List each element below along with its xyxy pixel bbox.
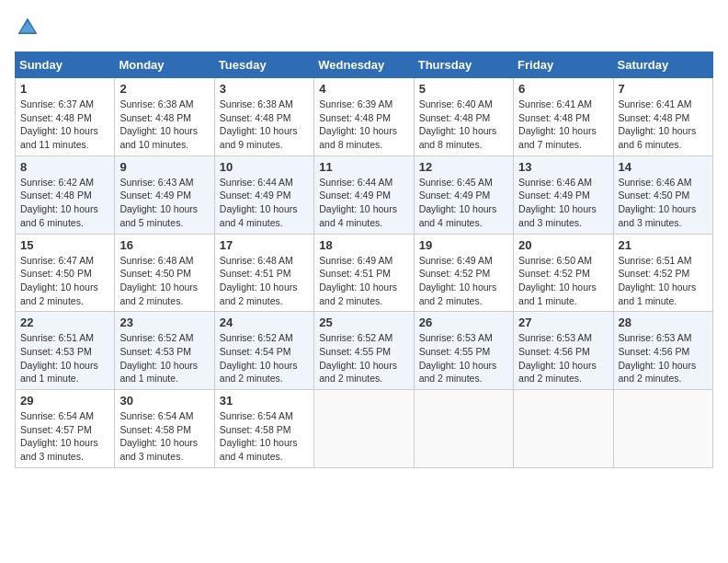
day-number: 13: [518, 160, 608, 174]
day-number: 10: [220, 160, 309, 174]
day-info: Sunrise: 6:41 AMSunset: 4:48 PMDaylight:…: [619, 98, 708, 152]
day-number: 21: [619, 238, 708, 252]
calendar-cell: 24 Sunrise: 6:52 AMSunset: 4:54 PMDaylig…: [214, 312, 313, 390]
day-number: 15: [20, 238, 109, 252]
calendar-cell: 23 Sunrise: 6:52 AMSunset: 4:53 PMDaylig…: [115, 312, 214, 390]
calendar-cell: 10 Sunrise: 6:44 AMSunset: 4:49 PMDaylig…: [214, 155, 313, 234]
day-info: Sunrise: 6:53 AMSunset: 4:56 PMDaylight:…: [518, 331, 608, 385]
day-info: Sunrise: 6:54 AMSunset: 4:57 PMDaylight:…: [20, 409, 109, 464]
calendar-cell: 28 Sunrise: 6:53 AMSunset: 4:56 PMDaylig…: [613, 312, 712, 390]
day-info: Sunrise: 6:40 AMSunset: 4:48 PMDaylight:…: [419, 98, 508, 152]
day-number: 19: [419, 238, 508, 252]
calendar-cell: [314, 390, 414, 468]
day-info: Sunrise: 6:53 AMSunset: 4:56 PMDaylight:…: [619, 331, 708, 385]
day-info: Sunrise: 6:53 AMSunset: 4:55 PMDaylight:…: [419, 331, 508, 385]
day-info: Sunrise: 6:47 AMSunset: 4:50 PMDaylight:…: [20, 254, 109, 308]
calendar-cell: 8 Sunrise: 6:42 AMSunset: 4:48 PMDayligh…: [16, 155, 115, 234]
calendar-table: SundayMondayTuesdayWednesdayThursdayFrid…: [15, 52, 713, 468]
calendar-cell: 18 Sunrise: 6:49 AMSunset: 4:51 PMDaylig…: [314, 234, 414, 312]
week-row-4: 22 Sunrise: 6:51 AMSunset: 4:53 PMDaylig…: [16, 312, 713, 390]
day-number: 30: [119, 394, 209, 408]
day-number: 25: [319, 316, 408, 329]
weekday-header-monday: Monday: [115, 52, 214, 78]
calendar-cell: 5 Sunrise: 6:40 AMSunset: 4:48 PMDayligh…: [414, 78, 513, 156]
day-number: 4: [319, 82, 408, 96]
weekday-header-tuesday: Tuesday: [214, 52, 313, 78]
calendar-cell: 21 Sunrise: 6:51 AMSunset: 4:52 PMDaylig…: [613, 234, 712, 312]
calendar-cell: 20 Sunrise: 6:50 AMSunset: 4:52 PMDaylig…: [514, 234, 613, 312]
calendar-cell: 25 Sunrise: 6:52 AMSunset: 4:55 PMDaylig…: [314, 312, 414, 390]
calendar-cell: 9 Sunrise: 6:43 AMSunset: 4:49 PMDayligh…: [115, 155, 214, 234]
day-info: Sunrise: 6:54 AMSunset: 4:58 PMDaylight:…: [220, 409, 309, 464]
weekday-header-thursday: Thursday: [414, 52, 513, 78]
day-info: Sunrise: 6:48 AMSunset: 4:50 PMDaylight:…: [119, 254, 209, 308]
day-number: 18: [319, 238, 408, 252]
calendar-cell: 15 Sunrise: 6:47 AMSunset: 4:50 PMDaylig…: [16, 234, 115, 312]
day-info: Sunrise: 6:43 AMSunset: 4:49 PMDaylight:…: [119, 176, 209, 230]
day-info: Sunrise: 6:49 AMSunset: 4:51 PMDaylight:…: [319, 254, 408, 308]
calendar-cell: 31 Sunrise: 6:54 AMSunset: 4:58 PMDaylig…: [214, 390, 313, 468]
calendar-cell: 3 Sunrise: 6:38 AMSunset: 4:48 PMDayligh…: [214, 78, 313, 156]
calendar-cell: [514, 390, 613, 468]
calendar-cell: 1 Sunrise: 6:37 AMSunset: 4:48 PMDayligh…: [16, 78, 115, 156]
weekday-header-saturday: Saturday: [613, 52, 712, 78]
day-info: Sunrise: 6:41 AMSunset: 4:48 PMDaylight:…: [518, 98, 608, 152]
week-row-2: 8 Sunrise: 6:42 AMSunset: 4:48 PMDayligh…: [16, 155, 713, 234]
day-info: Sunrise: 6:54 AMSunset: 4:58 PMDaylight:…: [119, 409, 209, 464]
day-number: 16: [119, 238, 209, 252]
day-info: Sunrise: 6:37 AMSunset: 4:48 PMDaylight:…: [20, 98, 109, 152]
calendar-cell: 17 Sunrise: 6:48 AMSunset: 4:51 PMDaylig…: [214, 234, 313, 312]
day-number: 6: [518, 82, 608, 96]
day-number: 20: [518, 238, 608, 252]
calendar-cell: 13 Sunrise: 6:46 AMSunset: 4:49 PMDaylig…: [514, 155, 613, 234]
day-info: Sunrise: 6:44 AMSunset: 4:49 PMDaylight:…: [220, 176, 309, 230]
calendar-cell: 14 Sunrise: 6:46 AMSunset: 4:50 PMDaylig…: [613, 155, 712, 234]
calendar-cell: 6 Sunrise: 6:41 AMSunset: 4:48 PMDayligh…: [514, 78, 613, 156]
day-info: Sunrise: 6:44 AMSunset: 4:49 PMDaylight:…: [319, 176, 408, 230]
day-number: 7: [619, 82, 708, 96]
week-row-3: 15 Sunrise: 6:47 AMSunset: 4:50 PMDaylig…: [16, 234, 713, 312]
day-number: 8: [20, 160, 109, 174]
day-number: 31: [220, 394, 309, 408]
calendar-cell: 12 Sunrise: 6:45 AMSunset: 4:49 PMDaylig…: [414, 155, 513, 234]
day-info: Sunrise: 6:38 AMSunset: 4:48 PMDaylight:…: [220, 98, 309, 152]
day-number: 29: [20, 394, 109, 408]
day-info: Sunrise: 6:50 AMSunset: 4:52 PMDaylight:…: [518, 254, 608, 308]
day-info: Sunrise: 6:52 AMSunset: 4:53 PMDaylight:…: [119, 331, 209, 385]
day-number: 2: [119, 82, 209, 96]
week-row-1: 1 Sunrise: 6:37 AMSunset: 4:48 PMDayligh…: [16, 78, 713, 156]
day-number: 28: [619, 316, 708, 329]
day-number: 23: [119, 316, 209, 329]
week-row-5: 29 Sunrise: 6:54 AMSunset: 4:57 PMDaylig…: [16, 390, 713, 468]
day-info: Sunrise: 6:38 AMSunset: 4:48 PMDaylight:…: [119, 98, 209, 152]
day-info: Sunrise: 6:42 AMSunset: 4:48 PMDaylight:…: [20, 176, 109, 230]
page-header: [15, 15, 713, 40]
calendar-cell: [414, 390, 513, 468]
calendar-cell: 29 Sunrise: 6:54 AMSunset: 4:57 PMDaylig…: [16, 390, 115, 468]
weekday-header-friday: Friday: [514, 52, 613, 78]
calendar-cell: 27 Sunrise: 6:53 AMSunset: 4:56 PMDaylig…: [514, 312, 613, 390]
day-number: 3: [220, 82, 309, 96]
calendar-cell: 4 Sunrise: 6:39 AMSunset: 4:48 PMDayligh…: [314, 78, 414, 156]
calendar-cell: 26 Sunrise: 6:53 AMSunset: 4:55 PMDaylig…: [414, 312, 513, 390]
day-number: 5: [419, 82, 508, 96]
calendar-cell: 7 Sunrise: 6:41 AMSunset: 4:48 PMDayligh…: [613, 78, 712, 156]
day-info: Sunrise: 6:46 AMSunset: 4:49 PMDaylight:…: [518, 176, 608, 230]
day-number: 1: [20, 82, 109, 96]
day-info: Sunrise: 6:46 AMSunset: 4:50 PMDaylight:…: [619, 176, 708, 230]
calendar-cell: [613, 390, 712, 468]
day-number: 14: [619, 160, 708, 174]
weekday-header-wednesday: Wednesday: [314, 52, 414, 78]
day-info: Sunrise: 6:39 AMSunset: 4:48 PMDaylight:…: [319, 98, 408, 152]
logo: [15, 15, 44, 40]
day-info: Sunrise: 6:51 AMSunset: 4:52 PMDaylight:…: [619, 254, 708, 308]
day-number: 27: [518, 316, 608, 329]
weekday-header-sunday: Sunday: [16, 52, 115, 78]
logo-icon: [15, 15, 40, 40]
calendar-cell: 16 Sunrise: 6:48 AMSunset: 4:50 PMDaylig…: [115, 234, 214, 312]
day-number: 22: [20, 316, 109, 329]
day-number: 9: [119, 160, 209, 174]
day-number: 26: [419, 316, 508, 329]
day-number: 24: [220, 316, 309, 329]
day-info: Sunrise: 6:51 AMSunset: 4:53 PMDaylight:…: [20, 331, 109, 385]
